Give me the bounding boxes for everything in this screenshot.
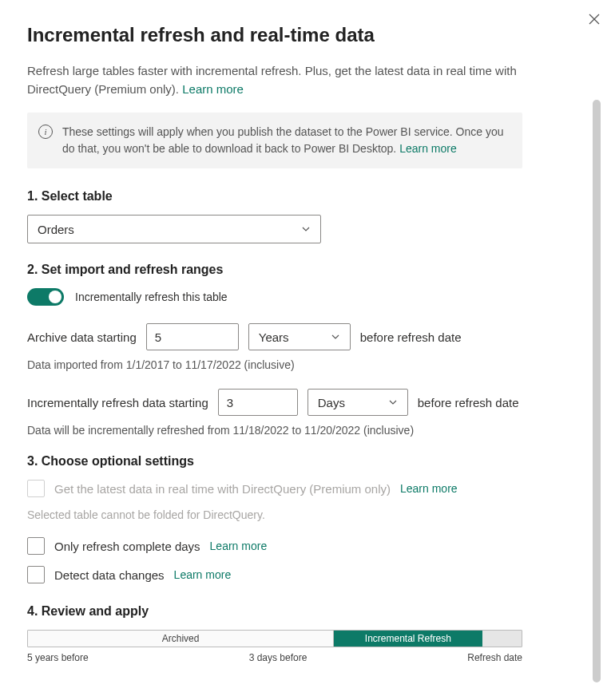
scrollbar[interactable] [593,100,601,682]
timeline-incremental-segment: Incremental Refresh [334,631,482,647]
intro-text: Refresh large tables faster with increme… [27,64,517,96]
incremental-refresh-toggle[interactable] [27,288,64,306]
table-select[interactable]: Orders [27,215,321,243]
step4-heading: 4. Review and apply [27,604,522,619]
refresh-unit-select[interactable]: Days [308,389,408,416]
detect-changes-checkbox[interactable] [27,566,45,583]
directquery-row: Get the latest data in real time with Di… [27,480,522,497]
chevron-down-icon [331,332,340,342]
timeline-future-segment [482,631,522,647]
refresh-suffix: before refresh date [418,396,519,409]
table-select-value: Orders [38,223,74,236]
complete-days-learn-more-link[interactable]: Learn more [210,540,268,552]
dialog-title: Incremental refresh and real-time data [27,24,522,46]
toggle-row: Incrementally refresh this table [27,288,522,306]
close-icon [588,13,601,26]
step2-heading: 2. Set import and refresh ranges [27,263,522,277]
chevron-down-icon [301,224,311,234]
intro-learn-more-link[interactable]: Learn more [182,82,244,96]
timeline-tick-mid: 3 days before [249,652,308,663]
archive-suffix: before refresh date [360,330,462,344]
archive-row: Archive data starting Years before refre… [27,323,522,350]
detect-changes-learn-more-link[interactable]: Learn more [174,568,232,581]
directquery-label: Get the latest data in real time with Di… [54,482,391,496]
archive-note: Data imported from 1/1/2017 to 11/17/202… [27,358,522,371]
timeline-bar: Archived Incremental Refresh [27,630,522,647]
timeline-tick-right: Refresh date [467,652,522,663]
directquery-learn-more-link[interactable]: Learn more [400,482,458,495]
complete-days-label: Only refresh complete days [54,540,200,553]
dialog-content: Incremental refresh and real-time data R… [0,0,550,700]
directquery-checkbox [27,480,45,497]
detect-changes-label: Detect data changes [54,568,165,582]
refresh-value-input[interactable] [218,389,298,416]
chevron-down-icon [388,397,398,407]
timeline: Archived Incremental Refresh 5 years bef… [27,630,522,663]
archive-prefix: Archive data starting [27,330,137,344]
toggle-knob [49,291,62,303]
info-banner: i These settings will apply when you pub… [27,113,522,168]
step1-heading: 1. Select table [27,189,522,204]
detect-changes-row: Detect data changes Learn more [27,566,522,583]
close-button[interactable] [586,11,602,27]
timeline-labels: 5 years before 3 days before Refresh dat… [27,652,522,663]
banner-learn-more-link[interactable]: Learn more [399,142,457,155]
step3-heading: 3. Choose optional settings [27,454,522,469]
directquery-disabled-note: Selected table cannot be folded for Dire… [27,508,522,521]
info-banner-text: These settings will apply when you publi… [62,124,508,157]
archive-unit-value: Years [259,330,289,344]
timeline-archived-segment: Archived [28,631,334,647]
complete-days-checkbox[interactable] [27,537,45,555]
timeline-tick-left: 5 years before [27,652,89,663]
dialog-intro: Refresh large tables faster with increme… [27,62,522,98]
archive-value-input[interactable] [146,323,239,350]
refresh-prefix: Incrementally refresh data starting [27,396,208,409]
info-icon: i [38,125,53,139]
refresh-note: Data will be incrementally refreshed fro… [27,424,522,437]
refresh-unit-value: Days [318,396,345,409]
complete-days-row: Only refresh complete days Learn more [27,537,522,555]
incremental-refresh-dialog: Incremental refresh and real-time data R… [0,0,615,700]
toggle-label: Incrementally refresh this table [75,291,228,303]
refresh-row: Incrementally refresh data starting Days… [27,389,522,416]
archive-unit-select[interactable]: Years [248,323,351,350]
